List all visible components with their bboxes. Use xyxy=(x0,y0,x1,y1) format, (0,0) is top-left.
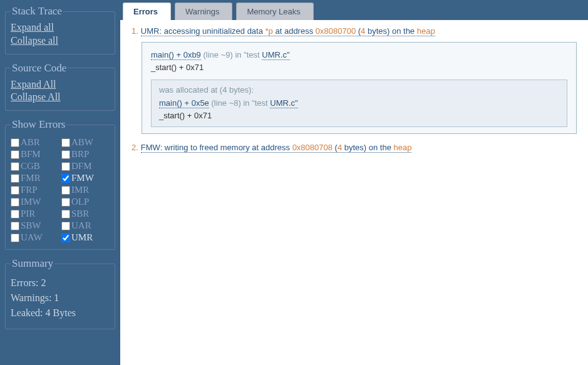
func-link[interactable]: main() + 0x5e xyxy=(159,98,209,108)
summary-warnings: Warnings: 1 xyxy=(11,292,110,304)
filter-checkbox-imr[interactable] xyxy=(61,186,70,195)
trace-box: main() + 0xb9 (line ~9) in "test UMR.c"_… xyxy=(142,42,577,134)
filter-uar[interactable]: UAR xyxy=(61,220,110,231)
filter-checkbox-fmr[interactable] xyxy=(11,174,19,183)
filter-label: SBR xyxy=(71,208,89,219)
filter-uaw[interactable]: UAW xyxy=(11,232,59,243)
byte-count: 4 xyxy=(338,143,342,152)
show-errors-legend: Show Errors xyxy=(11,118,66,131)
filter-checkbox-sbw[interactable] xyxy=(11,222,19,230)
filter-label: FRP xyxy=(21,185,38,195)
source-code-panel: Source Code Expand All Collapse All xyxy=(5,62,115,111)
filter-sbw[interactable]: SBW xyxy=(11,220,59,231)
heap-word: heap xyxy=(394,143,412,152)
filter-label: OLP xyxy=(71,197,89,207)
filter-label: UAW xyxy=(21,232,43,243)
line-info: (line ~8) in "test xyxy=(209,98,270,108)
summary-legend: Summary xyxy=(11,257,54,270)
filter-label: SBW xyxy=(21,220,41,231)
filter-checkbox-abr[interactable] xyxy=(11,138,19,147)
filter-label: BFM xyxy=(21,149,41,160)
filter-checkbox-fmw[interactable] xyxy=(61,174,70,183)
source-code-legend: Source Code xyxy=(11,62,68,75)
error-heading: 2.FMW: writing to freed memory at addres… xyxy=(132,143,577,152)
filter-checkbox-brp[interactable] xyxy=(61,150,70,159)
file-link[interactable]: UMR.c" xyxy=(262,50,289,60)
filter-label: UAR xyxy=(71,220,91,231)
address: 0x8080708 xyxy=(292,143,333,152)
stack-trace-panel: Stack Trace Expand all Collapse all xyxy=(5,5,115,54)
filter-checkbox-pir[interactable] xyxy=(11,210,19,218)
filter-label: ABR xyxy=(21,137,40,148)
line-info: (line ~9) in "test xyxy=(201,50,262,59)
trace-line: main() + 0x5e (line ~8) in "test UMR.c" xyxy=(159,97,559,110)
filter-frp[interactable]: FRP xyxy=(11,185,59,195)
filter-olp[interactable]: OLP xyxy=(61,197,110,207)
filter-checkbox-cgb[interactable] xyxy=(11,162,19,171)
error-heading: 1.UMR: accessing uninitialized data *p a… xyxy=(132,26,577,36)
func-link[interactable]: main() + 0xb9 xyxy=(151,50,201,60)
filter-label: FMR xyxy=(21,173,41,183)
tab-errors[interactable]: Errors xyxy=(123,3,171,20)
filter-cgb[interactable]: CGB xyxy=(11,161,59,172)
filter-label: PIR xyxy=(21,208,35,219)
collapse-all-source[interactable]: Collapse All xyxy=(11,91,110,104)
heap-word: heap xyxy=(417,26,435,36)
filter-sbr[interactable]: SBR xyxy=(61,208,110,219)
error-title[interactable]: FMW: writing to freed memory at address … xyxy=(141,143,412,153)
filter-label: FMW xyxy=(71,173,94,183)
filter-checkbox-dfm[interactable] xyxy=(61,162,70,171)
trace-line: _start() + 0x71 xyxy=(159,110,559,122)
sidebar: Stack Trace Expand all Collapse all Sour… xyxy=(0,0,120,365)
show-errors-panel: Show Errors ABRABWBFMBRPCGBDFMFMRFMWFRPI… xyxy=(5,118,115,250)
filter-umr[interactable]: UMR xyxy=(61,232,110,243)
alloc-box: was allocated at (4 bytes):main() + 0x5e… xyxy=(151,80,567,127)
content-pane: 1.UMR: accessing uninitialized data *p a… xyxy=(120,20,588,365)
filter-checkbox-uar[interactable] xyxy=(61,222,70,230)
collapse-all-stack[interactable]: Collapse all xyxy=(11,34,110,48)
filter-label: DFM xyxy=(71,161,92,172)
filter-imr[interactable]: IMR xyxy=(61,185,110,195)
tab-memory-leaks[interactable]: Memory Leaks xyxy=(236,3,313,20)
filter-fmr[interactable]: FMR xyxy=(11,173,59,183)
filter-checkbox-sbr[interactable] xyxy=(61,210,70,218)
filter-label: BRP xyxy=(71,149,89,160)
alloc-heading: was allocated at (4 bytes): xyxy=(159,85,559,95)
error-title[interactable]: UMR: accessing uninitialized data *p at … xyxy=(141,26,435,36)
summary-leaked: Leaked: 4 Bytes xyxy=(11,307,110,319)
tab-warnings[interactable]: Warnings xyxy=(175,3,232,20)
error-item: 1.UMR: accessing uninitialized data *p a… xyxy=(132,26,577,134)
filter-label: CGB xyxy=(21,161,40,172)
filter-abw[interactable]: ABW xyxy=(61,137,110,148)
main-area: Errors Warnings Memory Leaks 1.UMR: acce… xyxy=(120,0,588,365)
byte-count: 4 xyxy=(361,26,365,36)
trace-line: main() + 0xb9 (line ~9) in "test UMR.c" xyxy=(151,49,567,61)
address: 0x8080700 xyxy=(316,26,356,36)
filter-fmw[interactable]: FMW xyxy=(61,173,110,183)
filter-checkbox-abw[interactable] xyxy=(61,138,70,147)
filter-checkbox-frp[interactable] xyxy=(11,186,19,195)
expand-all-source[interactable]: Expand All xyxy=(11,78,110,91)
filter-checkbox-bfm[interactable] xyxy=(11,150,19,159)
filter-label: UMR xyxy=(71,232,93,243)
filter-abr[interactable]: ABR xyxy=(11,137,59,148)
filter-bfm[interactable]: BFM xyxy=(11,149,59,160)
filter-pir[interactable]: PIR xyxy=(11,208,59,219)
summary-errors: Errors: 2 xyxy=(11,277,110,289)
filter-brp[interactable]: BRP xyxy=(61,149,110,160)
summary-panel: Summary Errors: 2 Warnings: 1 Leaked: 4 … xyxy=(5,257,115,329)
filter-checkbox-olp[interactable] xyxy=(61,198,70,207)
tabbar: Errors Warnings Memory Leaks xyxy=(120,0,588,20)
expand-all-stack[interactable]: Expand all xyxy=(11,21,110,34)
file-link[interactable]: UMR.c" xyxy=(270,98,297,108)
filter-checkbox-uaw[interactable] xyxy=(11,234,19,242)
stack-trace-legend: Stack Trace xyxy=(11,5,63,18)
filter-imw[interactable]: IMW xyxy=(11,197,59,207)
filter-checkbox-imw[interactable] xyxy=(11,198,19,207)
error-number: 2. xyxy=(132,143,138,152)
filter-label: IMR xyxy=(71,185,89,195)
deref-expr: *p xyxy=(266,26,273,36)
filter-label: IMW xyxy=(21,197,41,207)
filter-checkbox-umr[interactable] xyxy=(61,234,70,242)
filter-dfm[interactable]: DFM xyxy=(61,161,110,172)
